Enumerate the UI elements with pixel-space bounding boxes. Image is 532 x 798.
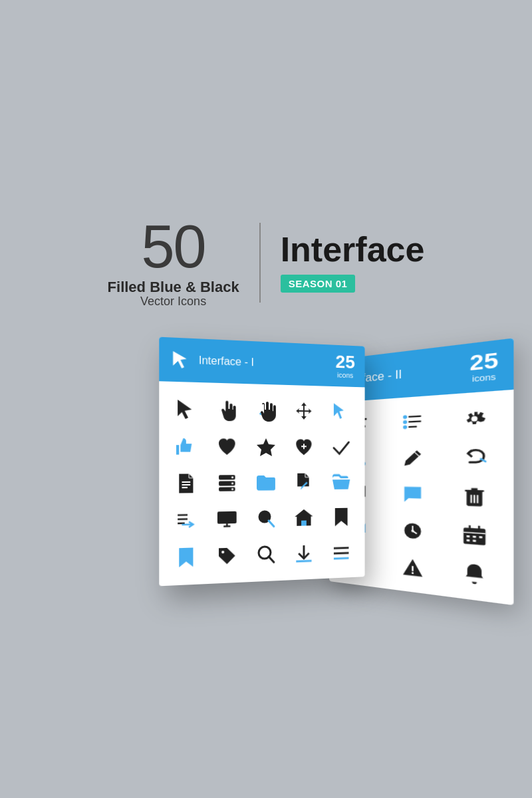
- icon-pointer-hand: [210, 395, 243, 426]
- svg-point-43: [403, 425, 407, 429]
- icon-screen: [210, 505, 243, 535]
- icon-back-warning: [388, 551, 439, 585]
- icon-move: [289, 397, 320, 426]
- header-title: Interface: [281, 232, 425, 267]
- icon-back-clock: [388, 515, 439, 548]
- icon-download: [289, 539, 320, 569]
- header-section: 50 Filled Blue & Black Vector Icons Inte…: [108, 217, 425, 309]
- svg-line-29: [269, 557, 274, 563]
- cursor-icon: [170, 350, 190, 370]
- svg-rect-67: [479, 536, 483, 538]
- svg-line-42: [408, 421, 421, 422]
- svg-line-40: [408, 416, 421, 417]
- icon-click-cursor: [326, 398, 356, 427]
- card-back-count-number: 25: [469, 349, 498, 374]
- svg-line-44: [408, 426, 417, 427]
- icon-folder: [250, 468, 282, 497]
- icon-tag: [210, 541, 243, 571]
- svg-rect-66: [473, 535, 476, 537]
- icon-bookmark: [326, 503, 356, 532]
- icon-arrow-cursor: [169, 394, 203, 424]
- header-right: Interface SEASON 01: [281, 232, 425, 293]
- svg-rect-68: [467, 539, 470, 541]
- icon-count: 50: [108, 217, 239, 277]
- icon-bookmark-corner: [169, 542, 203, 573]
- icon-heart-plus: [289, 432, 320, 462]
- icon-back-pencil: [388, 443, 439, 473]
- svg-point-41: [403, 420, 407, 424]
- icon-heart: [210, 432, 243, 462]
- svg-point-39: [403, 415, 407, 419]
- icon-back-calendar: [447, 518, 504, 553]
- icon-back-bullet-list: [388, 406, 439, 437]
- icons-grid-front: [159, 381, 364, 586]
- icon-thumbsup: [169, 431, 203, 462]
- icon-server: [210, 468, 243, 498]
- icon-search2: [250, 539, 282, 570]
- icon-edit-doc: [289, 468, 320, 497]
- icon-back-undo: [447, 442, 504, 473]
- icon-back-bell: [447, 556, 504, 593]
- icon-open-folder: [326, 468, 356, 497]
- icon-menu: [326, 537, 356, 567]
- header-subtitle2: Vector Icons: [108, 295, 239, 309]
- svg-rect-65: [467, 535, 470, 537]
- svg-line-34: [334, 558, 349, 559]
- card-back-count-label: icons: [469, 372, 498, 384]
- svg-line-33: [334, 553, 349, 553]
- season-badge: SEASON 01: [281, 275, 356, 293]
- svg-line-31: [297, 561, 312, 561]
- card-front-count-number: 25: [336, 352, 355, 371]
- svg-marker-2: [334, 403, 344, 419]
- icon-list-transfer: [169, 505, 203, 536]
- svg-marker-3: [257, 438, 275, 456]
- icon-back-settings: [447, 402, 504, 436]
- svg-line-32: [334, 548, 349, 549]
- svg-rect-26: [301, 521, 307, 526]
- card-front-header-left: Interface - I: [170, 350, 253, 372]
- icon-star: [250, 432, 282, 462]
- svg-line-24: [269, 521, 274, 527]
- icon-back-comment: [388, 479, 439, 510]
- books-container: Interface - I 25 icons: [163, 342, 369, 581]
- page-container: 50 Filled Blue & Black Vector Icons Inte…: [0, 0, 532, 798]
- svg-rect-69: [473, 540, 476, 542]
- card-front-count: 25 icons: [336, 352, 355, 379]
- icon-open-hand: [250, 396, 282, 426]
- card-front: Interface - I 25 icons: [159, 337, 364, 587]
- svg-rect-19: [217, 511, 237, 524]
- icon-checkmark: [326, 433, 356, 462]
- card-front-header: Interface - I 25 icons: [159, 337, 364, 388]
- icon-home: [289, 503, 320, 533]
- svg-marker-1: [178, 400, 192, 419]
- card-back-count: 25 icons: [469, 349, 498, 383]
- svg-marker-0: [173, 351, 186, 368]
- icon-document: [169, 468, 203, 499]
- header-divider: [259, 223, 261, 303]
- icon-search: [250, 504, 282, 534]
- card-front-title: Interface - I: [199, 354, 254, 368]
- card-front-count-label: icons: [336, 371, 355, 380]
- icon-back-trash: [447, 480, 504, 513]
- header-subtitle1: Filled Blue & Black: [108, 279, 239, 295]
- header-left: 50 Filled Blue & Black Vector Icons: [108, 217, 239, 309]
